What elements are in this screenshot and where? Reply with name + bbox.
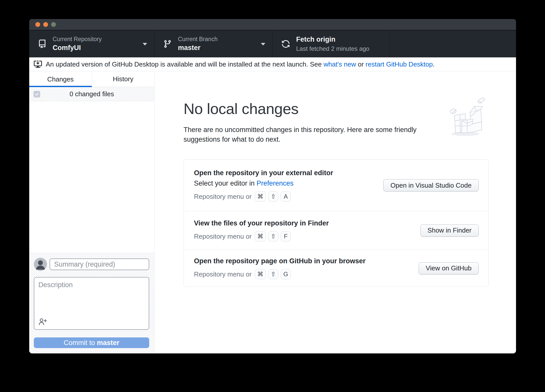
suggestion-open-editor: Open the repository in your external edi… <box>184 160 488 211</box>
commit-button-prefix: Commit to <box>64 339 97 347</box>
github-desktop-window: Current Repository ComfyUI Current Branc… <box>29 19 516 353</box>
user-avatar <box>34 258 47 271</box>
shortcut-hint: Repository menu or ⌘ ⇧ A <box>194 191 333 202</box>
chevron-down-icon <box>261 43 265 45</box>
banner-text-before: An updated version of GitHub Desktop is … <box>46 60 324 68</box>
current-repository-dropdown[interactable]: Current Repository ComfyUI <box>29 30 155 57</box>
sidebar-tabs: Changes History <box>29 71 154 87</box>
subtitle-text: Select your editor in <box>194 179 256 187</box>
preferences-link[interactable]: Preferences <box>256 179 294 187</box>
shortcut-hint: Repository menu or ⌘ ⇧ G <box>194 269 366 279</box>
commit-button-branch: master <box>97 339 119 347</box>
zoom-window-button[interactable] <box>51 22 56 27</box>
banner-text-middle: or <box>356 60 366 68</box>
git-branch-icon <box>163 40 172 48</box>
fetch-origin-title: Fetch origin <box>296 35 369 44</box>
changed-files-list <box>29 101 154 253</box>
page-subtext: There are no uncommitted changes in this… <box>184 125 443 144</box>
update-banner: An updated version of GitHub Desktop is … <box>29 57 516 71</box>
titlebar <box>29 19 516 30</box>
sidebar: Changes History 0 changed files <box>29 71 155 353</box>
view-on-github-button[interactable]: View on GitHub <box>419 262 479 274</box>
commit-description-input[interactable] <box>34 277 149 329</box>
suggestion-title: Open the repository page on GitHub in yo… <box>194 257 366 265</box>
suggestion-view-github: Open the repository page on GitHub in yo… <box>184 250 488 287</box>
commit-description-wrap <box>34 277 149 330</box>
suggestion-title: Open the repository in your external edi… <box>194 169 333 177</box>
banner-text-after: . <box>433 60 435 68</box>
toolbar: Current Repository ComfyUI Current Branc… <box>29 30 516 57</box>
repo-book-icon <box>38 40 47 48</box>
sync-icon <box>281 40 290 48</box>
current-branch-dropdown[interactable]: Current Branch master <box>155 30 273 57</box>
current-repository-value: ComfyUI <box>53 44 102 52</box>
shortcut-hint: Repository menu or ⌘ ⇧ F <box>194 231 329 241</box>
current-branch-value: master <box>178 44 218 52</box>
no-local-changes-panel: No local changes There are no uncommitte… <box>155 71 516 353</box>
shortcut-text: Repository menu or <box>194 233 252 240</box>
tab-changes[interactable]: Changes <box>29 71 92 87</box>
toolbar-spacer <box>389 30 516 57</box>
suggestion-show-finder: View the files of your repository in Fin… <box>184 211 488 250</box>
letter-key: F <box>281 231 291 241</box>
select-all-checkbox[interactable] <box>34 91 40 97</box>
content-area: Changes History 0 changed files <box>29 71 516 353</box>
shift-key: ⇧ <box>268 191 278 202</box>
letter-key: A <box>281 191 291 202</box>
suggestion-title: View the files of your repository in Fin… <box>194 219 329 227</box>
crumpled-paper-illustration <box>446 94 492 139</box>
update-banner-text: An updated version of GitHub Desktop is … <box>46 60 435 68</box>
changed-files-count: 0 changed files <box>70 90 114 98</box>
minimize-window-button[interactable] <box>43 22 48 27</box>
traffic-lights <box>35 22 56 27</box>
current-repository-label: Current Repository <box>53 36 102 43</box>
cmd-key: ⌘ <box>255 231 266 241</box>
desktop-background: Current Repository ComfyUI Current Branc… <box>0 0 545 392</box>
letter-key: G <box>281 269 291 279</box>
fetch-origin-subtitle: Last fetched 2 minutes ago <box>296 45 369 53</box>
tab-history[interactable]: History <box>92 71 155 87</box>
shortcut-text: Repository menu or <box>194 193 252 201</box>
cmd-key: ⌘ <box>255 269 266 279</box>
restart-link[interactable]: restart GitHub Desktop <box>366 60 433 68</box>
show-in-finder-button[interactable]: Show in Finder <box>420 224 479 237</box>
close-window-button[interactable] <box>35 22 40 27</box>
suggestion-cards: Open the repository in your external edi… <box>184 159 489 287</box>
commit-summary-input[interactable] <box>50 258 149 270</box>
cmd-key: ⌘ <box>255 191 266 202</box>
open-in-vscode-button[interactable]: Open in Visual Studio Code <box>383 179 479 191</box>
commit-form: Commit to master <box>29 253 154 353</box>
desktop-download-icon <box>34 60 42 68</box>
changed-files-header: 0 changed files <box>29 87 154 101</box>
shift-key: ⇧ <box>268 231 278 241</box>
chevron-down-icon <box>143 43 147 45</box>
shift-key: ⇧ <box>268 269 278 279</box>
suggestion-subtitle: Select your editor in Preferences <box>194 179 333 187</box>
current-branch-label: Current Branch <box>178 36 218 43</box>
check-icon <box>35 92 39 96</box>
shortcut-text: Repository menu or <box>194 270 252 278</box>
commit-button[interactable]: Commit to master <box>34 337 149 348</box>
whats-new-link[interactable]: what's new <box>324 60 356 68</box>
fetch-origin-button[interactable]: Fetch origin Last fetched 2 minutes ago <box>273 30 389 57</box>
person-add-icon[interactable] <box>38 317 47 326</box>
